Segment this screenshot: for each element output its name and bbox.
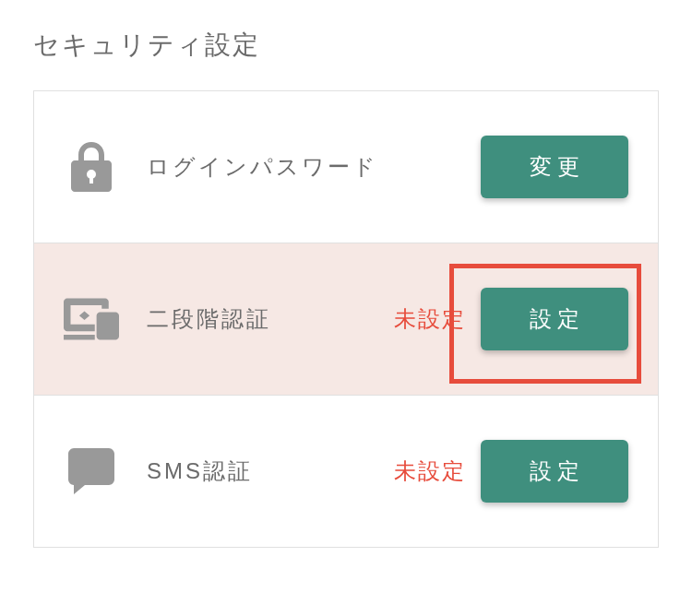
devices-icon bbox=[64, 291, 119, 347]
sms-icon bbox=[64, 444, 119, 499]
lock-icon bbox=[64, 139, 119, 195]
setting-label: ログインパスワード bbox=[147, 152, 481, 182]
status-badge: 未設定 bbox=[394, 304, 466, 334]
setting-label: 二段階認証 bbox=[147, 304, 394, 334]
setting-row-login-password: ログインパスワード 変更 bbox=[34, 91, 658, 243]
setting-row-sms-auth: SMS認証 未設定 設定 bbox=[34, 396, 658, 547]
change-password-button[interactable]: 変更 bbox=[481, 136, 628, 198]
configure-sms-button[interactable]: 設定 bbox=[481, 440, 628, 503]
configure-two-factor-button[interactable]: 設定 bbox=[481, 288, 628, 350]
setting-row-two-factor: 二段階認証 未設定 設定 bbox=[34, 243, 658, 396]
security-settings-panel: ログインパスワード 変更 二段階認証 未設定 設定 SMS認証 未設定 設定 bbox=[33, 90, 659, 548]
setting-label: SMS認証 bbox=[147, 456, 394, 486]
page-title: セキュリティ設定 bbox=[0, 0, 692, 90]
status-badge: 未設定 bbox=[394, 456, 466, 486]
